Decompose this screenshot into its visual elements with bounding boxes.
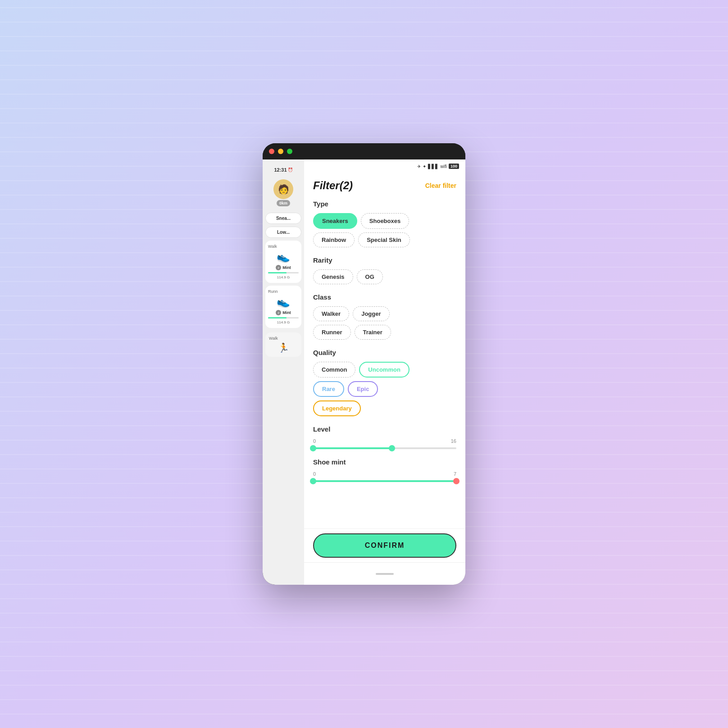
rarity-pills-row: Genesis OG	[313, 269, 456, 284]
filter-status-bar: ✈ ✦ ▋▋▋ wifi 100	[304, 159, 465, 173]
level-label: Level	[313, 425, 456, 433]
shoe-mint-label: Shoe mint	[313, 458, 456, 466]
shoe-mint-max-val: 7	[454, 471, 456, 477]
confirm-container: CONFIRM	[304, 528, 465, 562]
km-badge: 0km	[277, 200, 290, 206]
shoe-bar-fill-1	[268, 272, 287, 273]
shoe-card-2-icon: 👟	[277, 296, 290, 308]
level-slider-thumb-left[interactable]	[310, 445, 316, 451]
pill-trainer[interactable]: Trainer	[355, 325, 391, 340]
low-nav-button[interactable]: Low...	[265, 227, 301, 238]
filter-panel: ✈ ✦ ▋▋▋ wifi 100 Filter(2) Clear filter …	[304, 159, 465, 585]
pill-walker[interactable]: Walker	[313, 306, 349, 321]
status-icons: ✈ ✦ ▋▋▋ wifi 100	[417, 164, 459, 169]
shoe-gst-1: 114.9 G	[277, 275, 290, 279]
level-slider-track[interactable]	[313, 447, 456, 449]
home-bar	[304, 562, 465, 585]
bluetooth-icon: ✦	[423, 164, 426, 169]
confirm-button[interactable]: CONFIRM	[313, 533, 456, 558]
shoe-mint-slider-track[interactable]	[313, 480, 456, 482]
shoe-mint-thumb-right[interactable]	[453, 478, 460, 484]
pill-epic[interactable]: Epic	[348, 381, 378, 397]
shoe-mint-values: 0 7	[313, 471, 456, 477]
battery-icon: 100	[449, 164, 459, 169]
level-max-val: 16	[451, 438, 456, 444]
shoe-mint-section: Shoe mint 0 7	[313, 458, 456, 482]
pill-rainbow[interactable]: Rainbow	[313, 232, 355, 247]
shoe-badge-icon: #	[276, 265, 281, 270]
clear-filter-button[interactable]: Clear filter	[425, 182, 456, 189]
shoe-card-3[interactable]: Walk 🏃	[265, 332, 301, 357]
pill-shoeboxes[interactable]: Shoeboxes	[361, 213, 409, 229]
quality-section: Quality Common Uncommon Rare	[313, 349, 456, 416]
quality-pills-row-1: Common Uncommon	[313, 362, 456, 378]
level-slider-thumb-right[interactable]	[389, 445, 395, 451]
avatar-container: 🧑 0km	[265, 179, 301, 206]
pill-runner[interactable]: Runner	[313, 325, 351, 340]
level-min-val: 0	[313, 438, 316, 444]
level-values: 0 16	[313, 438, 456, 444]
level-section: Level 0 16	[313, 425, 456, 449]
shoe-badge-icon-2: #	[276, 310, 281, 315]
home-indicator	[376, 573, 394, 575]
shoe-bar-1	[268, 272, 299, 273]
shoe-card-1[interactable]: Walk 👟 # Mint 114.9 G	[265, 241, 301, 283]
shoe-card-3-label: Walk	[269, 336, 278, 341]
filter-scroll[interactable]: Filter(2) Clear filter Type Sneakers Sho…	[304, 173, 465, 585]
pill-rare[interactable]: Rare	[313, 381, 344, 397]
pill-genesis[interactable]: Genesis	[313, 269, 353, 284]
pill-sneakers[interactable]: Sneakers	[313, 213, 357, 229]
shoe-card-1-label: Walk	[268, 244, 277, 249]
phone-window: 12:31 ⏰ 🧑 0km Snea... Low... Walk 👟 # Mi…	[263, 143, 465, 585]
shoe-name-2: Mint	[282, 310, 291, 315]
type-pills-row-2: Rainbow Special Skin	[313, 232, 456, 247]
sidebar: 12:31 ⏰ 🧑 0km Snea... Low... Walk 👟 # Mi…	[263, 159, 304, 585]
phone-content: 12:31 ⏰ 🧑 0km Snea... Low... Walk 👟 # Mi…	[263, 159, 465, 585]
wifi-icon: wifi	[441, 164, 447, 169]
shoe-card-1-icon: 👟	[277, 250, 290, 263]
pill-jogger[interactable]: Jogger	[353, 306, 389, 321]
shoe-name-1: Mint	[282, 265, 291, 270]
shoe-card-2-label: Runn	[268, 289, 278, 294]
quality-label: Quality	[313, 349, 456, 356]
title-bar	[263, 143, 465, 159]
maximize-button[interactable]	[287, 149, 292, 154]
level-slider-fill	[313, 447, 392, 449]
class-pills-row-2: Runner Trainer	[313, 325, 456, 340]
rarity-section: Rarity Genesis OG	[313, 256, 456, 284]
rarity-label: Rarity	[313, 256, 456, 264]
filter-title: Filter(2)	[313, 179, 353, 192]
minimize-button[interactable]	[278, 149, 283, 154]
location-icon: ✈	[417, 164, 421, 169]
type-pills-row-1: Sneakers Shoeboxes	[313, 213, 456, 229]
type-label: Type	[313, 200, 456, 208]
pill-uncommon[interactable]: Uncommon	[359, 362, 410, 378]
class-label: Class	[313, 293, 456, 301]
quality-pills-row-2: Rare Epic	[313, 381, 456, 397]
sidebar-status-bar: 12:31 ⏰	[265, 163, 301, 177]
runner-icon: 🏃	[278, 342, 289, 353]
type-section: Type Sneakers Shoeboxes Rainbow	[313, 200, 456, 247]
pill-common[interactable]: Common	[313, 362, 355, 378]
sneakers-nav-button[interactable]: Snea...	[265, 213, 301, 224]
avatar: 🧑	[273, 179, 293, 199]
close-button[interactable]	[269, 149, 274, 154]
shoe-mint-min-val: 0	[313, 471, 316, 477]
shoe-bar-fill-2	[268, 317, 287, 318]
signal-icon: ▋▋▋	[428, 164, 439, 169]
shoe-bar-2	[268, 317, 299, 318]
shoe-mint-thumb-left[interactable]	[310, 478, 316, 484]
class-pills-row-1: Walker Jogger	[313, 306, 456, 321]
class-section: Class Walker Jogger Runner	[313, 293, 456, 340]
pill-special-skin[interactable]: Special Skin	[358, 232, 410, 247]
pill-legendary[interactable]: Legendary	[313, 400, 361, 416]
alarm-icon: ⏰	[288, 168, 293, 172]
sidebar-time: 12:31	[274, 167, 287, 173]
filter-header: Filter(2) Clear filter	[313, 179, 456, 192]
shoe-card-2[interactable]: Runn 👟 # Mint 114.9 G	[265, 286, 301, 328]
shoe-mint-slider-fill	[313, 480, 456, 482]
quality-pills-row-3: Legendary	[313, 400, 456, 416]
shoe-gst-2: 114.9 G	[277, 320, 290, 324]
pill-og[interactable]: OG	[357, 269, 383, 284]
